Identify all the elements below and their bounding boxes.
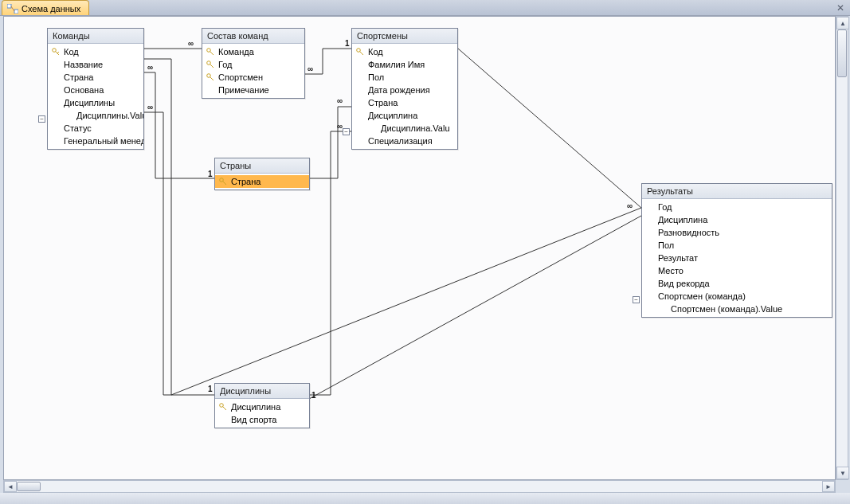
- scroll-thumb[interactable]: [837, 29, 847, 77]
- expander-minus[interactable]: −: [633, 296, 640, 303]
- svg-rect-1: [14, 10, 18, 14]
- tab-bar: Схема данных ✕: [0, 0, 850, 16]
- key-icon: [218, 402, 228, 412]
- field-list: Страна: [215, 174, 309, 189]
- key-icon: [206, 72, 215, 82]
- key-icon: [355, 47, 365, 57]
- scroll-up-icon[interactable]: ▲: [836, 17, 849, 29]
- scroll-right-icon[interactable]: ►: [822, 481, 835, 492]
- svg-line-15: [223, 182, 227, 186]
- vertical-scrollbar[interactable]: ▲ ▼: [836, 16, 848, 480]
- tab-title: Схема данных: [22, 4, 80, 14]
- table-title: Команды: [48, 29, 143, 44]
- field-list: Код Название Страна Основана Дисциплины …: [48, 44, 143, 149]
- svg-line-7: [210, 52, 214, 56]
- field-list: Дисциплина Вид спорта: [215, 399, 309, 428]
- table-title: Результаты: [642, 184, 832, 199]
- table-roster[interactable]: Состав команд Команда Год Спортсмен Прим…: [202, 28, 305, 99]
- relationships-icon: [7, 4, 18, 14]
- table-title: Состав команд: [202, 29, 304, 44]
- scroll-thumb[interactable]: [17, 482, 41, 491]
- expander-minus[interactable]: −: [343, 128, 350, 135]
- key-icon: [206, 60, 215, 69]
- rel-many: ∞: [147, 103, 153, 111]
- table-results[interactable]: Результаты Год Дисциплина Разновидность …: [641, 183, 832, 318]
- key-icon: [206, 47, 215, 57]
- diagram-canvas[interactable]: 1 ∞ 1 ∞ 1 ∞ 1 ∞ 1 ∞ 1 ∞ 1 ∞ Команды Код …: [3, 16, 836, 480]
- field-list: Год Дисциплина Разновидность Пол Результ…: [642, 199, 832, 317]
- table-title: Страны: [215, 158, 309, 174]
- key-icon: [51, 47, 61, 57]
- rel-many: ∞: [307, 64, 313, 73]
- rel-one: 1: [345, 39, 350, 48]
- svg-line-11: [210, 77, 214, 81]
- close-icon[interactable]: ✕: [834, 2, 847, 14]
- table-teams[interactable]: Команды Код Название Страна Основана Дис…: [47, 28, 144, 150]
- rel-one: 1: [311, 391, 316, 400]
- expander-minus[interactable]: −: [38, 115, 45, 123]
- svg-line-2: [11, 6, 14, 11]
- svg-line-5: [57, 52, 59, 53]
- table-title: Дисциплины: [215, 384, 309, 399]
- rel-many: ∞: [627, 201, 633, 210]
- field-list: Команда Год Спортсмен Примечание: [202, 44, 304, 98]
- rel-one: 1: [208, 385, 213, 393]
- svg-rect-0: [7, 4, 11, 8]
- rel-one: 1: [208, 170, 213, 178]
- table-countries[interactable]: Страны Страна: [214, 158, 310, 190]
- table-disciplines[interactable]: Дисциплины Дисциплина Вид спорта: [214, 383, 310, 428]
- key-icon: [218, 177, 228, 186]
- status-strip: [0, 493, 850, 504]
- svg-line-13: [360, 52, 364, 56]
- scroll-down-icon[interactable]: ▼: [836, 467, 849, 479]
- scroll-left-icon[interactable]: ◄: [4, 481, 17, 492]
- rel-many: ∞: [147, 63, 153, 72]
- table-athletes[interactable]: Спортсмены Код Фамилия Имя Пол Дата рожд…: [351, 28, 458, 150]
- horizontal-scrollbar[interactable]: ◄ ►: [3, 480, 836, 493]
- svg-line-9: [210, 64, 214, 68]
- rel-many: ∞: [337, 96, 343, 105]
- tab-schema[interactable]: Схема данных: [2, 0, 89, 15]
- rel-many: ∞: [188, 39, 194, 48]
- relationships-window: Схема данных ✕: [0, 0, 850, 504]
- field-list: Код Фамилия Имя Пол Дата рождения Страна…: [352, 44, 457, 149]
- table-title: Спортсмены: [352, 29, 457, 44]
- svg-line-17: [223, 407, 227, 411]
